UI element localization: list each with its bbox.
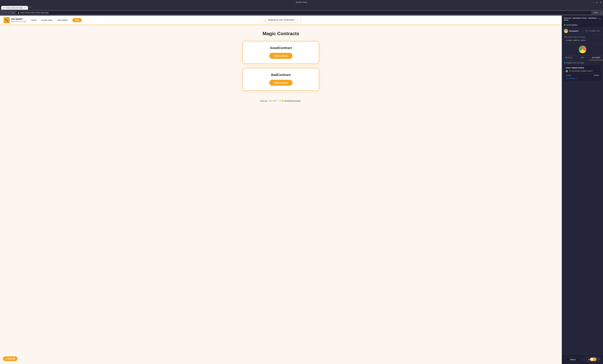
mm-header: Extension: (MetaMask Flask) - MetaMask —…: [562, 16, 603, 23]
footer-separator-1: ·: [268, 99, 269, 102]
reload-button[interactable]: ↻: [11, 11, 15, 15]
mm-tab-details[interactable]: DETAILS: [562, 55, 576, 60]
chain-id-value: 534351: [594, 75, 599, 76]
context-item-text: "It's my favorite contract, i love it": [569, 70, 593, 72]
network-status-dot: [564, 24, 566, 26]
tab-label: chain-notes.vercel.app/: [6, 7, 23, 9]
mm-network-bar: Scroll Sepolia: [562, 23, 603, 27]
chain-id-label: chainId :: [566, 75, 572, 76]
metamask-panel: Extension: (MetaMask Flask) - MetaMask —…: [562, 16, 603, 364]
restore-button[interactable]: ▭: [596, 1, 598, 3]
address-text: 0x19658...36955: [566, 39, 578, 41]
lock-icon: 🔒: [18, 12, 20, 14]
mm-insights: Insights from Oh Snap! Users' Added Cont…: [562, 60, 603, 355]
account-arrow-icon: →: [582, 30, 584, 32]
mm-logo-area: [562, 44, 603, 55]
mm-context-section: Users' Added Context ✓ "It's my favorite…: [564, 65, 601, 81]
footer-built-with: Built with: [269, 99, 277, 102]
mm-separator: [566, 73, 599, 74]
bottom-balance-badge: ⬡ 3183.66: [3, 356, 18, 361]
nav-test-button[interactable]: Test: [72, 18, 82, 22]
logo-icon: 🐾: [3, 17, 10, 23]
logo-title: OH SNAP!: [11, 18, 26, 21]
help-icon[interactable]: ?: [585, 30, 588, 32]
mm-account-name: Account 2: [569, 30, 581, 32]
page-title: Magic Contracts: [3, 31, 558, 36]
logo-text: OH SNAP! Add context on-chain: [11, 18, 26, 22]
browser-tab[interactable]: 🔗 chain-notes.vercel.app/ ✕: [1, 6, 28, 10]
address-bar[interactable]: 🔒 https://chain-notes.vercel.app/magic: [16, 11, 592, 14]
page-footer: Fork me · Built with ♡ at 🤝 EthGlobal Br…: [3, 95, 558, 104]
address-url: https://chain-notes.vercel.app/magic: [21, 12, 590, 14]
footer-at: at: [279, 99, 281, 102]
toast-message: Awaiting for user confirmation: [268, 19, 295, 21]
toast-close-button[interactable]: ×: [297, 19, 298, 21]
mm-tab-hex[interactable]: HEX: [576, 55, 589, 60]
app-logo: 🐾 OH SNAP! Add context on-chain: [3, 17, 26, 23]
notification-toast: Awaiting for user confirmation ×: [261, 17, 301, 23]
context-checkbox[interactable]: ✓: [566, 70, 568, 72]
bad-contract-name: BadContract: [246, 73, 315, 77]
see-detailed-text: See Detailed: [566, 77, 575, 79]
mm-insights-title: Insights from Oh Snap!: [566, 62, 584, 64]
mm-address-badge: 0x19658...36955 : MAGIC: [564, 39, 588, 42]
app-navbar: 🐾 OH SNAP! Add context on-chain Home Cre…: [0, 16, 562, 25]
webpage: 🐾 OH SNAP! Add context on-chain Home Cre…: [0, 16, 562, 364]
account-avatar: [564, 29, 568, 33]
mm-network-name: Scroll Sepolia: [566, 24, 577, 26]
spinner-icon: [264, 19, 266, 21]
window-controls: ─ ▭ ✕: [593, 1, 602, 3]
close-button[interactable]: ✕: [600, 1, 602, 3]
mm-tab-ohsnap[interactable]: OH SNAP!: [589, 55, 603, 60]
footer-separator-2: ·: [301, 99, 302, 102]
forward-button[interactable]: →: [6, 11, 10, 15]
tab-favicon: 🔗: [3, 7, 5, 9]
insights-dot: [564, 62, 565, 63]
main-container: 🐾 OH SNAP! Add context on-chain Home Cre…: [0, 16, 603, 364]
mm-panel-title: Extension: (MetaMask Flask) - MetaMask —…: [564, 17, 599, 21]
external-link-icon: ↗: [576, 77, 577, 79]
mm-reject-button[interactable]: Reject: [564, 357, 582, 362]
back-button[interactable]: ←: [1, 11, 5, 15]
mm-site-url: https://chain-notes.vercel.app: [564, 36, 601, 38]
bad-contract-card: BadContract Call Contract: [243, 68, 319, 91]
mm-context-item: ✓ "It's my favorite contract, i love it": [566, 70, 599, 72]
good-contract-name: GoodContract: [246, 46, 315, 50]
browser-toolbar: ← → ↻ 🔒 https://chain-notes.vercel.app/m…: [0, 10, 603, 16]
mm-account-row[interactable]: Account 2 → ? 0x19658...369...: [562, 27, 603, 34]
logo-emoji: 🐾: [5, 18, 9, 22]
nav-create-note[interactable]: Create Note: [41, 19, 52, 21]
browser-titlebar: Mozilla Firefox ─ ▭ ✕: [0, 0, 603, 5]
mm-account-address: 0x19658...369...: [589, 30, 601, 32]
nav-home[interactable]: Home: [31, 19, 36, 21]
ethglobal-link[interactable]: EthGlobal Brussels: [284, 99, 301, 102]
magic-dot: [578, 40, 580, 41]
browser-title: Mozilla Firefox: [296, 1, 307, 3]
mm-chain-row: chainId : 534351: [566, 75, 599, 76]
mm-tabs: DETAILS HEX OH SNAP!: [562, 55, 603, 60]
footer-hand-icon: 🤝: [281, 99, 284, 102]
bad-contract-call-button[interactable]: Call Contract: [269, 80, 292, 86]
heart-icon: ♡: [277, 99, 279, 102]
mm-insights-header: Insights from Oh Snap!: [564, 62, 601, 64]
new-tab-button[interactable]: +: [29, 6, 33, 9]
good-contract-card: GoodContract Call Contract: [243, 41, 319, 64]
magic-label: : MAGIC: [580, 39, 586, 41]
mm-logo-circle: [579, 46, 586, 53]
fork-me-link[interactable]: Fork me: [260, 99, 267, 102]
nav-view-notes[interactable]: View Notes: [57, 19, 68, 21]
page-content: Magic Contracts GoodContract Call Contra…: [0, 25, 562, 110]
mm-close-button[interactable]: ✕: [599, 18, 601, 20]
tab-bar: 🔗 chain-notes.vercel.app/ ✕ +: [0, 5, 603, 10]
see-detailed-link[interactable]: See Detailed ↗: [566, 77, 599, 79]
good-contract-call-button[interactable]: Call Contract: [269, 53, 292, 59]
bookmark-button[interactable]: ☆: [600, 11, 602, 14]
mm-site-info: https://chain-notes.vercel.app 0x19658..…: [562, 34, 603, 44]
mm-context-title: Users' Added Context: [566, 67, 599, 69]
tab-close-button[interactable]: ✕: [24, 7, 26, 9]
zoom-level: 120%: [592, 11, 599, 14]
logo-subtitle: Add context on-chain: [11, 21, 26, 22]
minimize-button[interactable]: ─: [593, 1, 594, 3]
